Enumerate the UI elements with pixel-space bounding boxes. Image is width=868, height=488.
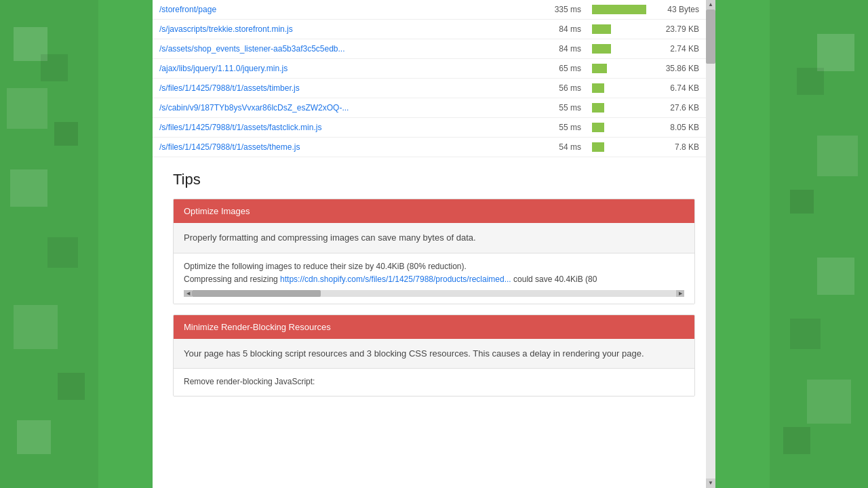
resource-bar-cell [587,98,652,118]
tip-header-minimize-render: Minimize Render-Blocking Resources [174,315,694,339]
resource-url[interactable]: /s/assets/shop_events_listener-aa5b3af3c… [153,39,539,59]
resource-url[interactable]: /ajax/libs/jquery/1.11.0/jquery.min.js [153,59,539,79]
resource-size: 43 Bytes [652,0,706,20]
table-row: /s/cabin/v9/187TYb8ysVvxar86lcDsZ_esZW2x… [153,98,706,118]
table-row: /s/files/1/1425/7988/t/1/assets/theme.js… [153,138,706,157]
scroll-track-1 [192,290,676,297]
tip-block-minimize-render: Minimize Render-Blocking Resources Your … [173,314,695,396]
resource-table: /storefront/page 335 ms 43 Bytes /s/java… [153,0,706,157]
tip-header-optimize-images: Optimize Images [174,199,694,223]
bar-wrapper [592,103,646,113]
resource-time: 56 ms [539,79,587,98]
tip-detail-minimize-render: Remove render-blocking JavaScript: [174,369,694,395]
resource-time: 335 ms [539,0,587,20]
resource-time: 55 ms [539,98,587,118]
main-scrollbar-thumb[interactable] [706,9,715,64]
scroll-thumb-h-1[interactable] [192,290,321,297]
resource-size: 23.79 KB [652,20,706,39]
scroll-left-arrow-1[interactable]: ◀ [184,290,192,297]
timing-bar [592,64,607,73]
resource-time: 84 ms [539,39,587,59]
tip-detail-suffix-1: could save 40.4KiB (80 [511,274,597,284]
resource-size: 6.74 KB [652,79,706,98]
table-row: /storefront/page 335 ms 43 Bytes [153,0,706,20]
table-row: /s/files/1/1425/7988/t/1/assets/timber.j… [153,79,706,98]
main-scroll-down[interactable]: ▼ [706,479,715,488]
timing-bar [592,5,646,14]
resource-bar-cell [587,138,652,157]
bar-wrapper [592,123,646,132]
main-scroll-up[interactable]: ▲ [706,0,715,9]
timing-bar [592,83,604,93]
resource-size: 27.6 KB [652,98,706,118]
tip-detail-optimize-images: Optimize the following images to reduce … [174,253,694,304]
table-row: /ajax/libs/jquery/1.11.0/jquery.min.js 6… [153,59,706,79]
resource-time: 65 ms [539,59,587,79]
bar-wrapper [592,24,646,34]
tip-body-optimize-images: Properly formatting and compressing imag… [174,223,694,253]
tips-title: Tips [173,171,695,188]
scroll-right-arrow-1[interactable]: ▶ [676,290,684,297]
resource-size: 8.05 KB [652,118,706,138]
table-row: /s/files/1/1425/7988/t/1/assets/fastclic… [153,118,706,138]
timing-bar [592,44,611,54]
tip-detail-text-1: Optimize the following images to reduce … [184,262,467,271]
resource-url[interactable]: /storefront/page [153,0,539,20]
bar-wrapper [592,44,646,54]
horizontal-scrollbar-1[interactable]: ◀ ▶ [184,290,684,297]
table-row: /s/assets/shop_events_listener-aa5b3af3c… [153,39,706,59]
main-scrollbar[interactable]: ▲ ▼ [706,0,715,488]
tip-compressing-prefix: Compressing and resizing [184,274,280,284]
resource-url[interactable]: /s/files/1/1425/7988/t/1/assets/timber.j… [153,79,539,98]
resource-bar-cell [587,0,652,20]
timing-bar [592,142,604,152]
bar-wrapper [592,83,646,93]
resource-bar-cell [587,20,652,39]
timing-bar [592,103,604,113]
resource-size: 7.8 KB [652,138,706,157]
resource-bar-cell [587,59,652,79]
resource-time: 84 ms [539,20,587,39]
tip-body-minimize-render: Your page has 5 blocking script resource… [174,339,694,369]
resource-time: 54 ms [539,138,587,157]
resource-size: 35.86 KB [652,59,706,79]
tip-block-optimize-images: Optimize Images Properly formatting and … [173,199,695,304]
timing-bar [592,24,611,34]
timing-bar [592,123,604,132]
resource-bar-cell [587,79,652,98]
bar-wrapper [592,64,646,73]
resource-url[interactable]: /s/cabin/v9/187TYb8ysVvxar86lcDsZ_esZW2x… [153,98,539,118]
resource-bar-cell [587,118,652,138]
tip-detail-text-2: Remove render-blocking JavaScript: [184,377,315,386]
resource-bar-cell [587,39,652,59]
table-row: /s/javascripts/trekkie.storefront.min.js… [153,20,706,39]
resource-url[interactable]: /s/files/1/1425/7988/t/1/assets/theme.js [153,138,539,157]
bar-wrapper [592,5,646,14]
resource-time: 55 ms [539,118,587,138]
tips-section: Tips Optimize Images Properly formatting… [153,157,715,420]
resource-url[interactable]: /s/javascripts/trekkie.storefront.min.js [153,20,539,39]
bar-wrapper [592,142,646,152]
resource-url[interactable]: /s/files/1/1425/7988/t/1/assets/fastclic… [153,118,539,138]
tip-detail-link-1[interactable]: https://cdn.shopify.com/s/files/1/1425/7… [280,274,511,284]
resource-size: 2.74 KB [652,39,706,59]
